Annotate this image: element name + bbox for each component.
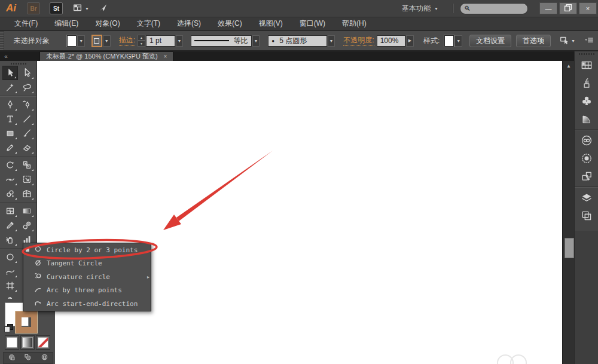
scroll-up-icon[interactable]: ▲ [563,63,575,69]
stroke-link[interactable]: 描边: [119,35,135,46]
close-button[interactable]: × [579,2,597,14]
menu-文字T[interactable]: 文字(T) [129,17,169,30]
menu-帮助H[interactable]: 帮助(H) [334,17,375,30]
share-icon[interactable] [97,2,108,15]
arrange-documents-icon[interactable]: ▼ [72,2,89,15]
minimize-button[interactable]: — [539,2,557,14]
scale-tool[interactable] [19,158,35,172]
artboard-canvas[interactable] [37,61,562,364]
style-dropdown[interactable]: ▼ [454,35,462,47]
eraser-tool[interactable] [19,140,35,155]
width-tool[interactable] [2,172,18,186]
direct-selection-tool[interactable] [19,66,35,80]
opacity-field[interactable]: 100% [377,35,405,47]
tools-panel-grip[interactable] [0,61,36,66]
flyout-item-tangent-circle[interactable]: Tangent Circle [23,257,151,271]
menu-选择S[interactable]: 选择(S) [169,17,209,30]
document-tab[interactable]: 未标题-2* @ 150% (CMYK/GPU 预览) × [39,51,173,61]
restore-button[interactable] [559,2,577,14]
transform-panel-icon[interactable] [575,167,598,185]
rectangle-tool[interactable] [2,126,18,140]
symbols-panel-icon[interactable] [575,92,598,110]
stroke-width-field[interactable]: 1 pt [146,35,175,47]
eyedropper-tool[interactable] [2,218,18,233]
opacity-link[interactable]: 不透明度: [343,35,374,46]
line-segment-tool[interactable] [19,112,35,126]
curvature-pen-tool[interactable] [19,97,35,112]
stroke-profile-select[interactable]: 等比 [191,35,252,47]
circle-tool[interactable] [2,250,18,264]
stroke-width-dropdown[interactable]: ▼ [176,35,184,47]
rotate-tool[interactable] [2,158,18,172]
panel-grip[interactable] [0,31,4,50]
menu-文件F[interactable]: 文件(F) [6,17,46,30]
panel-menu-icon[interactable] [584,35,594,47]
type-tool[interactable] [2,112,18,126]
pencil-tool[interactable] [2,140,18,155]
menu-窗口W[interactable]: 窗口(W) [291,17,334,30]
collapse-panels-icon[interactable]: « [0,51,12,61]
rect-glyph [5,128,16,139]
opacity-dropdown[interactable]: ▶ [406,35,414,47]
layers-panel-icon[interactable] [575,189,598,207]
select-similar-icon[interactable]: ▼ [559,35,575,47]
artboard-tool[interactable] [2,279,18,293]
stroke-width-stepper[interactable]: ▲▼ [138,35,145,47]
menu-编辑E[interactable]: 编辑(E) [46,17,87,30]
paintbrush-tool[interactable] [19,126,35,140]
fly-circle-glyph [33,244,42,253]
pen-tool[interactable] [2,97,18,112]
selection-tool[interactable] [2,66,18,80]
stroke-profile-dropdown[interactable]: ▼ [252,35,260,47]
workspace-switcher[interactable]: 基本功能▼ [402,4,438,14]
none-mode-button[interactable] [36,335,50,350]
gradient-tool[interactable] [19,204,35,218]
curvature-tool[interactable] [2,264,18,279]
brush-dropdown[interactable]: ▼ [328,35,335,47]
vertical-scrollbar[interactable]: ▲ [562,61,575,364]
perspective-grid-tool[interactable] [19,186,35,201]
menu-视图V[interactable]: 视图(V) [251,17,291,30]
document-tab-bar: « 未标题-2* @ 150% (CMYK/GPU 预览) × [0,51,598,61]
draw-inside-icon[interactable] [40,353,49,363]
artboards-panel-icon[interactable] [575,207,598,225]
style-swatch[interactable] [444,35,454,47]
document-setup-button[interactable]: 文档设置 [469,35,511,47]
flyout-item-curvature-circle[interactable]: Curvature circle [23,270,151,284]
tab-close-icon[interactable]: × [164,53,167,60]
default-fill-stroke-icon[interactable] [4,324,13,332]
mesh-tool[interactable] [2,204,18,218]
dock-grip[interactable] [575,51,598,56]
menu-对象O[interactable]: 对象(O) [87,17,128,30]
blend-tool[interactable] [19,218,35,233]
stroke-color-swatch[interactable] [91,35,102,47]
appearance-panel-icon[interactable] [575,149,598,167]
menu-效果C[interactable]: 效果(C) [209,17,251,30]
search-input[interactable]: 🔍︎ [460,3,528,14]
gradient-panel-icon[interactable] [575,110,598,128]
bridge-icon[interactable]: Br [27,2,40,14]
stroke-color-dropdown[interactable]: ▼ [103,35,111,47]
shape-builder-tool[interactable] [2,186,18,201]
color-panel-icon[interactable] [575,56,598,74]
stock-icon[interactable]: St [50,2,63,14]
flyout-item-arc-by-three-points[interactable]: Arc by three points [23,284,151,298]
draw-behind-icon[interactable] [23,353,32,363]
flyout-item-circle-by-2-or-3-points[interactable]: Circle by 2 or 3 points [23,243,151,257]
creative-cloud-panel-icon[interactable] [575,131,598,149]
scrollbar-thumb[interactable] [565,238,574,258]
stroke-swatch[interactable] [16,311,37,333]
brush-select[interactable]: ●5 点圆形 [268,35,327,47]
symbol-sprayer-tool[interactable] [2,233,18,247]
flyout-item-arc-start-end-direction[interactable]: Arc start-end-direction [23,297,151,311]
lasso-tool[interactable] [19,80,35,94]
free-transform-tool[interactable] [19,172,35,186]
fill-color-dropdown[interactable]: ▼ [77,35,85,47]
preferences-button[interactable]: 首选项 [516,35,551,47]
color-mode-button[interactable] [5,335,19,350]
fill-color-swatch[interactable] [67,35,77,47]
magic-wand-tool[interactable] [2,80,18,94]
draw-normal-icon[interactable] [7,353,16,363]
gradient-mode-button[interactable] [20,335,35,350]
brushes-panel-icon[interactable] [575,74,598,92]
